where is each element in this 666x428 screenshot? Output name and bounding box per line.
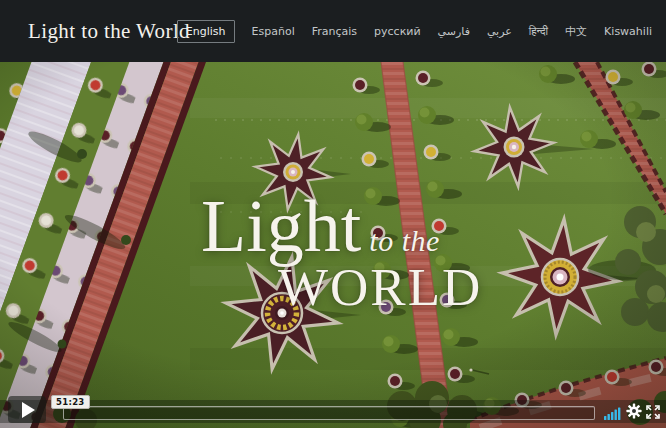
settings-gear-icon[interactable] [626, 403, 642, 423]
lang-russian[interactable]: русский [374, 25, 421, 38]
fullscreen-icon[interactable] [646, 404, 660, 423]
lang-farsi[interactable]: فارسي [438, 25, 470, 38]
site-title: Light to the World [28, 19, 190, 44]
lang-arabic[interactable]: عربي [487, 25, 512, 38]
play-icon [22, 402, 35, 418]
volume-bars-icon[interactable] [604, 405, 622, 424]
lang-kiswahili[interactable]: Kiswahili [604, 25, 652, 38]
progress-bar[interactable] [63, 406, 595, 420]
video-player[interactable] [0, 62, 666, 428]
lang-hindi[interactable]: हिन्दी [529, 25, 548, 38]
site-header: Light to the World English Español Franç… [0, 0, 666, 62]
lang-chinese[interactable]: 中文 [565, 24, 587, 39]
lang-english[interactable]: English [177, 20, 235, 43]
page: Light to the World English Español Franç… [0, 0, 666, 428]
time-tooltip: 51:23 [51, 395, 90, 409]
garden-aerial-still [0, 62, 666, 428]
lang-espanol[interactable]: Español [252, 25, 295, 38]
vignette [0, 62, 666, 428]
lang-francais[interactable]: Français [312, 25, 357, 38]
play-button[interactable] [8, 396, 46, 423]
language-nav: English Español Français русский فارسي ع… [177, 0, 658, 62]
